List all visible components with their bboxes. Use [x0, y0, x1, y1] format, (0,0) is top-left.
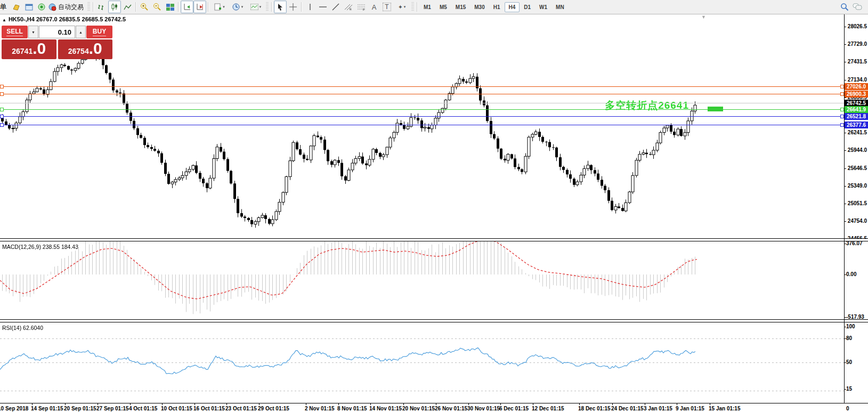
auto-scroll-button[interactable] [181, 1, 193, 13]
toolbar-separator [208, 2, 209, 12]
market-watch-icon[interactable] [10, 1, 22, 13]
chat-icon[interactable] [851, 1, 864, 13]
current-price-line [0, 103, 844, 103]
horizontal-line-object[interactable] [0, 109, 844, 110]
time-axis-label: 2 Nov 01:15 [305, 406, 335, 411]
label-tool-glyph: T [383, 3, 391, 11]
time-axis-tick [194, 403, 195, 405]
pane-separator[interactable] [0, 319, 868, 322]
timeframe-m15[interactable]: M15 [451, 2, 470, 12]
buy-button[interactable]: BUY [86, 26, 112, 38]
time-axis-label: 24 Dec 01:15 [611, 406, 644, 411]
time-axis-tick [98, 403, 98, 405]
time-axis-tick [338, 403, 339, 405]
time-axis-label: 8 Nov 01:15 [337, 406, 367, 411]
hline-anchor[interactable] [840, 85, 844, 88]
rsi-pane-canvas[interactable] [0, 321, 844, 403]
candlestick-chart-button[interactable] [108, 1, 121, 13]
arrows-tool-button[interactable]: ✦ ▾ [393, 1, 410, 13]
sell-button[interactable]: SELL [2, 26, 28, 38]
horizontal-line-object[interactable] [0, 116, 844, 117]
crosshair-button[interactable] [287, 1, 299, 13]
macd-tick-label: 0.00 [846, 271, 856, 278]
volume-up-button[interactable]: ▲ [76, 26, 86, 38]
timeframe-h4[interactable]: H4 [505, 2, 520, 12]
volume-down-button[interactable]: ▼ [28, 26, 38, 38]
horizontal-line-object[interactable] [0, 86, 844, 87]
horizontal-line-object[interactable] [0, 125, 844, 125]
hline-anchor[interactable] [840, 115, 844, 118]
pivot-annotation[interactable]: 多空转折点26641 [559, 99, 689, 112]
hline-anchor[interactable] [0, 115, 4, 118]
chevron-down-icon: ▾ [223, 5, 225, 9]
text-tool-button[interactable]: A [368, 1, 380, 13]
price-tick-label: 28026.5 [846, 23, 867, 30]
macd-pane-canvas[interactable] [0, 240, 844, 319]
collapse-arrow-icon[interactable]: ▲ [2, 18, 6, 22]
data-window-icon[interactable] [22, 1, 35, 13]
time-axis-tick [533, 403, 533, 405]
time-axis-tick [370, 403, 371, 405]
time-axis-tick [612, 403, 613, 405]
new-order-button[interactable]: 单 [0, 1, 10, 13]
hline-anchor[interactable] [0, 123, 4, 127]
buy-price-box[interactable]: 26754 .0 [58, 39, 113, 59]
cursor-button[interactable] [274, 1, 287, 13]
chart-shift-button[interactable] [193, 1, 206, 13]
periods-button[interactable]: ▾ [229, 1, 247, 13]
line-chart-button[interactable] [121, 1, 134, 13]
price-tick-label: 25051.5 [846, 200, 867, 207]
trendline-button[interactable] [329, 1, 342, 13]
timeframe-m1[interactable]: M1 [419, 2, 435, 12]
tile-windows-button[interactable] [164, 1, 176, 13]
vertical-line-button[interactable] [304, 1, 317, 13]
sell-button-label: SELL [6, 28, 23, 36]
hline-anchor[interactable] [840, 108, 844, 111]
time-axis-label: 23 Oct 01:15 [225, 406, 257, 411]
horizontal-line-button[interactable] [317, 1, 329, 13]
new-order-label: 单 [0, 2, 7, 12]
horizontal-line-object[interactable] [0, 94, 844, 94]
timeframe-m5[interactable]: M5 [435, 2, 451, 12]
rsi-tick-label: 50 [846, 359, 852, 366]
toolbar-separator [271, 2, 272, 12]
toolbar-grip [266, 2, 269, 12]
main-pane-canvas[interactable] [0, 14, 844, 238]
time-axis-label: 26 Nov 01:15 [435, 406, 467, 411]
scroll-marker-icon[interactable]: ▼ [701, 14, 706, 20]
equidistant-channel-button[interactable]: E [342, 1, 355, 13]
timeframe-h1[interactable]: H1 [489, 2, 505, 12]
fibonacci-button[interactable]: F [355, 1, 368, 13]
hline-anchor[interactable] [0, 85, 4, 88]
text-label-tool-button[interactable]: T [380, 1, 393, 13]
time-axis-label: 20 Sep 01:15 [64, 406, 96, 411]
strategy-tester-icon[interactable] [35, 1, 48, 13]
hline-anchor[interactable] [840, 123, 844, 127]
zoom-out-button[interactable] [151, 1, 164, 13]
autotrading-button[interactable]: 自动交易 [48, 1, 86, 13]
price-tick-label: 25349.0 [846, 183, 867, 189]
hline-price-tag: 26521.8 [845, 113, 868, 120]
templates-button[interactable]: ▾ [247, 1, 265, 13]
search-icon[interactable] [838, 1, 851, 13]
hline-anchor[interactable] [840, 92, 844, 96]
main-toolbar: 单 自动交易 [0, 0, 868, 14]
hline-price-tag: 26641.9 [845, 106, 868, 113]
pane-separator[interactable] [0, 238, 868, 241]
zoom-in-button[interactable] [138, 1, 151, 13]
hline-anchor[interactable] [0, 92, 4, 96]
timeframe-mn[interactable]: MN [551, 2, 569, 12]
indicators-button[interactable]: ▾ [210, 1, 229, 13]
timeframe-d1[interactable]: D1 [520, 2, 535, 12]
time-axis-label: 27 Sep 01:15 [96, 406, 129, 411]
hline-anchor[interactable] [0, 108, 4, 111]
time-axis-tick [32, 403, 33, 405]
time-axis[interactable]: 0 10 Sep 201814 Sep 01:1520 Sep 01:1527 … [0, 403, 868, 412]
timeframe-m30[interactable]: M30 [470, 2, 489, 12]
time-axis-tick [645, 403, 645, 405]
sell-price-box[interactable]: 26741 .0 [2, 39, 56, 59]
bar-chart-button[interactable] [95, 1, 108, 13]
timeframe-w1[interactable]: W1 [535, 2, 551, 12]
volume-input[interactable]: 0.10 [39, 26, 75, 38]
text-tool-glyph: A [372, 3, 377, 11]
